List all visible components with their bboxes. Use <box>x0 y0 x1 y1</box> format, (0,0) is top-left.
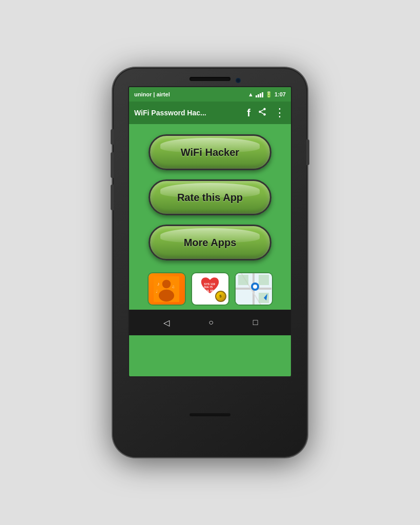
wifi-hacker-button[interactable]: WiFi Hacker <box>149 134 271 170</box>
time-display: 1:07 <box>275 91 286 97</box>
svg-point-0 <box>263 108 266 110</box>
front-camera <box>236 78 241 83</box>
signal-icon <box>256 91 263 97</box>
svg-text:DIA 75: DIA 75 <box>204 286 213 289</box>
health-app-icon[interactable]: SYS 119 DIA 75 PUL 88 $ <box>191 272 229 306</box>
facebook-icon[interactable]: f <box>247 107 250 119</box>
volume-up-button[interactable] <box>111 152 114 178</box>
volume-down-button[interactable] <box>111 185 114 210</box>
overflow-menu-icon[interactable]: ⋮ <box>274 106 286 119</box>
navigation-bar: ◁ ○ □ <box>129 310 292 335</box>
map-app-icon[interactable] <box>235 272 273 306</box>
phone-screen: uninor | airtel ▲ 🔋 1:07 <box>128 86 292 377</box>
battery-icon: 🔋 <box>265 91 272 98</box>
back-icon: ◁ <box>163 318 170 328</box>
svg-line-4 <box>261 109 263 111</box>
rate-app-button[interactable]: Rate this App <box>149 179 271 215</box>
app-icons-row: ♪ ♫ ♩ SYS 119 DIA 75 PUL 88 <box>129 268 291 310</box>
back-button[interactable]: ◁ <box>159 315 174 330</box>
bottom-speaker <box>190 413 230 416</box>
wifi-status-icon: ▲ <box>248 91 254 97</box>
svg-text:♩: ♩ <box>156 289 158 293</box>
status-bar: uninor | airtel ▲ 🔋 1:07 <box>129 87 291 102</box>
svg-rect-18 <box>238 275 248 285</box>
app-main-content: WiFi Hacker Rate this App More Apps <box>129 124 291 268</box>
recents-button[interactable]: □ <box>248 315 263 330</box>
svg-text:♫: ♫ <box>172 284 175 289</box>
home-icon: ○ <box>208 318 214 327</box>
wifi-hacker-label: WiFi Hacker <box>181 147 239 158</box>
status-icons: ▲ 🔋 1:07 <box>248 91 286 98</box>
more-apps-button[interactable]: More Apps <box>149 225 271 260</box>
share-icon[interactable] <box>258 107 267 119</box>
volume-silent-button[interactable] <box>111 129 114 145</box>
phone-bottom-area <box>190 377 230 457</box>
svg-point-6 <box>162 279 171 288</box>
recents-icon: □ <box>253 318 258 327</box>
app-toolbar: WiFi Password Hac... f ⋮ <box>129 102 291 124</box>
svg-point-2 <box>263 113 266 116</box>
svg-text:♪: ♪ <box>157 281 160 287</box>
svg-rect-19 <box>259 275 269 285</box>
power-button[interactable] <box>306 139 309 165</box>
carrier-text: uninor | airtel <box>134 91 170 97</box>
home-button[interactable]: ○ <box>204 315 218 330</box>
rate-app-label: Rate this App <box>177 192 243 204</box>
phone-device: uninor | airtel ▲ 🔋 1:07 <box>113 68 307 457</box>
app-title: WiFi Password Hac... <box>134 109 243 117</box>
top-speaker <box>190 77 230 81</box>
svg-text:SYS 119: SYS 119 <box>204 282 215 286</box>
svg-point-1 <box>259 110 261 113</box>
svg-line-3 <box>261 112 263 114</box>
svg-point-7 <box>159 289 174 301</box>
music-app-icon[interactable]: ♪ ♫ ♩ <box>148 272 186 306</box>
svg-point-22 <box>253 285 257 289</box>
more-apps-label: More Apps <box>184 237 237 249</box>
